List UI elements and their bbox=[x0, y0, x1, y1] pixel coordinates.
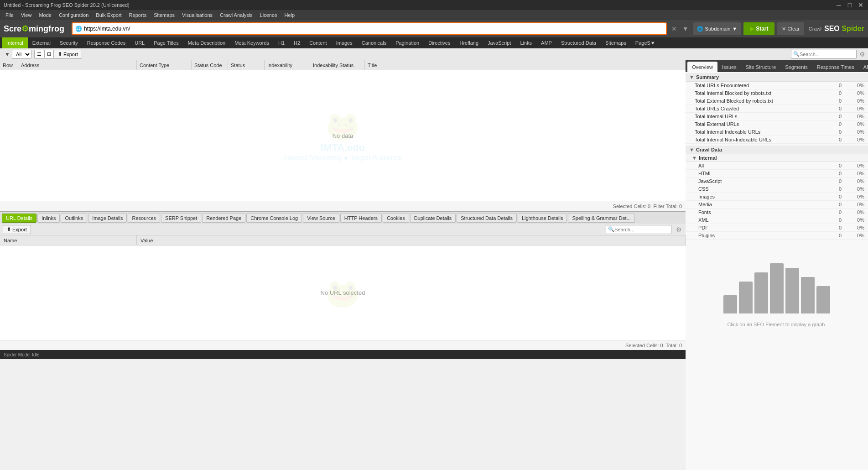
column-settings-icon[interactable]: ⚙ bbox=[858, 51, 866, 58]
summary-row-5[interactable]: Total External URLs 0 0% bbox=[686, 120, 868, 128]
footer-tab-lighthouse[interactable]: Lighthouse Details bbox=[518, 214, 567, 223]
clear-url-icon[interactable]: ✕ bbox=[670, 24, 679, 33]
tab-structured-data[interactable]: Structured Data bbox=[556, 37, 601, 48]
internal-row-media[interactable]: Media 0 0% bbox=[686, 201, 868, 209]
tab-links[interactable]: Links bbox=[515, 37, 536, 48]
tab-h1[interactable]: H1 bbox=[274, 37, 289, 48]
ov-tab-response-times[interactable]: Response Times bbox=[812, 62, 859, 72]
internal-row-xml[interactable]: XML 0 0% bbox=[686, 216, 868, 224]
subdomain-dropdown[interactable]: 🌐 Subdomain ▼ bbox=[693, 22, 741, 35]
footer-tab-inlinks[interactable]: Inlinks bbox=[37, 214, 60, 223]
summary-row-1[interactable]: Total Internal Blocked by robots.txt 0 0… bbox=[686, 89, 868, 97]
summary-header[interactable]: ▼ Summary bbox=[686, 73, 868, 82]
maximize-btn[interactable]: □ bbox=[846, 1, 853, 9]
tab-meta-keywords[interactable]: Meta Keywords bbox=[230, 37, 274, 48]
internal-row-pdf[interactable]: PDF 0 0% bbox=[686, 224, 868, 232]
internal-row-fonts-count: 0 bbox=[819, 209, 842, 215]
filter-dropdown[interactable]: All bbox=[12, 50, 31, 59]
summary-row-6[interactable]: Total Internal Indexable URLs 0 0% bbox=[686, 128, 868, 136]
menu-configuration[interactable]: Configuration bbox=[55, 11, 92, 19]
ov-tab-segments[interactable]: Segments bbox=[780, 62, 812, 72]
internal-row-js[interactable]: JavaScript 0 0% bbox=[686, 178, 868, 185]
footer-tab-view-source[interactable]: View Source bbox=[303, 214, 339, 223]
tab-amp[interactable]: AMP bbox=[536, 37, 556, 48]
internal-row-html[interactable]: HTML 0 0% bbox=[686, 170, 868, 178]
summary-row-7[interactable]: Total Internal Non-Indexable URLs 0 0% bbox=[686, 136, 868, 144]
tab-content[interactable]: Content bbox=[305, 37, 332, 48]
menu-reports[interactable]: Reports bbox=[125, 11, 151, 19]
search-input[interactable] bbox=[800, 52, 854, 57]
tab-meta-description[interactable]: Meta Description bbox=[183, 37, 230, 48]
internal-row-plugins[interactable]: Plugins 0 0% bbox=[686, 232, 868, 240]
col-header-indexability: Indexability bbox=[265, 60, 310, 70]
dropdown-url-icon[interactable]: ▼ bbox=[681, 24, 691, 33]
export-button[interactable]: ⬆ Export bbox=[54, 50, 82, 59]
list-view-btn[interactable]: ☰ bbox=[34, 50, 44, 59]
summary-row-0[interactable]: Total URLs Encountered 0 0% bbox=[686, 82, 868, 89]
internal-row-all[interactable]: All 0 0% bbox=[686, 162, 868, 170]
internal-row-fonts[interactable]: Fonts 0 0% bbox=[686, 209, 868, 216]
footer-tab-chrome-console[interactable]: Chrome Console Log bbox=[246, 214, 302, 223]
footer-tab-http-headers[interactable]: HTTP Headers bbox=[340, 214, 382, 223]
tab-directives[interactable]: Directives bbox=[424, 37, 455, 48]
tab-internal[interactable]: Internal bbox=[2, 37, 28, 48]
minimize-btn[interactable]: ─ bbox=[835, 1, 842, 9]
bottom-settings-icon[interactable]: ⚙ bbox=[675, 226, 683, 233]
tab-pages-more[interactable]: PageS▼ bbox=[631, 37, 660, 48]
tab-canonicals[interactable]: Canonicals bbox=[357, 37, 391, 48]
menu-crawl-analysis[interactable]: Crawl Analysis bbox=[216, 11, 256, 19]
internal-row-all-count: 0 bbox=[819, 163, 842, 168]
summary-row-0-pct: 0% bbox=[842, 83, 864, 88]
ov-tab-overview[interactable]: Overview bbox=[687, 62, 717, 72]
grid-view-btn[interactable]: ⊞ bbox=[44, 50, 54, 59]
menu-bulk-export[interactable]: Bulk Export bbox=[92, 11, 125, 19]
footer-tab-cookies[interactable]: Cookies bbox=[383, 214, 409, 223]
crawl-data-header[interactable]: ▼ Crawl Data bbox=[686, 146, 868, 154]
footer-tab-spelling[interactable]: Spelling & Grammar Det... bbox=[568, 214, 634, 223]
tab-response-codes[interactable]: Response Codes bbox=[83, 37, 130, 48]
footer-tab-image-details[interactable]: Image Details bbox=[88, 214, 127, 223]
footer-tab-structured-data[interactable]: Structured Data Details bbox=[457, 214, 517, 223]
tab-hreflang[interactable]: Hreflang bbox=[455, 37, 483, 48]
tab-h2[interactable]: H2 bbox=[289, 37, 305, 48]
footer-tab-rendered-page[interactable]: Rendered Page bbox=[202, 214, 245, 223]
summary-row-2-label: Total External Blocked by robots.txt bbox=[695, 98, 819, 104]
bottom-search-input[interactable] bbox=[614, 227, 669, 232]
footer-tab-url-details[interactable]: URL Details bbox=[2, 214, 36, 223]
summary-row-3[interactable]: Total URLs Crawled 0 0% bbox=[686, 105, 868, 113]
bottom-panel: URL Details Inlinks Outlinks Image Detai… bbox=[0, 211, 686, 350]
ov-tab-api[interactable]: API bbox=[859, 62, 868, 72]
summary-row-4[interactable]: Total Internal URLs 0 0% bbox=[686, 113, 868, 120]
tab-images[interactable]: Images bbox=[332, 37, 357, 48]
menu-file[interactable]: File bbox=[2, 11, 17, 19]
start-button[interactable]: Start bbox=[743, 22, 774, 35]
bottom-status-bar: Selected Cells: 0 Total: 0 bbox=[0, 340, 686, 350]
tab-page-titles[interactable]: Page Titles bbox=[149, 37, 183, 48]
tab-url[interactable]: URL bbox=[130, 37, 149, 48]
bottom-export-btn[interactable]: ⬆ Export bbox=[3, 225, 31, 234]
footer-tab-outlinks[interactable]: Outlinks bbox=[61, 214, 87, 223]
url-input[interactable] bbox=[84, 26, 663, 32]
internal-row-css[interactable]: CSS 0 0% bbox=[686, 185, 868, 193]
footer-tab-serp-snippet[interactable]: SERP Snippet bbox=[161, 214, 201, 223]
ov-tab-site-structure[interactable]: Site Structure bbox=[741, 62, 781, 72]
internal-row-images[interactable]: Images 0 0% bbox=[686, 193, 868, 201]
menu-licence[interactable]: Licence bbox=[256, 11, 281, 19]
menu-sitemaps[interactable]: Sitemaps bbox=[150, 11, 178, 19]
tab-sitemaps[interactable]: Sitemaps bbox=[601, 37, 631, 48]
tab-pagination[interactable]: Pagination bbox=[391, 37, 424, 48]
menu-view[interactable]: View bbox=[17, 11, 36, 19]
menu-visualisations[interactable]: Visualisations bbox=[178, 11, 216, 19]
close-btn[interactable]: ✕ bbox=[857, 1, 864, 9]
tab-external[interactable]: External bbox=[28, 37, 55, 48]
clear-button[interactable]: ✕ Clear bbox=[777, 22, 804, 35]
menu-help[interactable]: Help bbox=[281, 11, 299, 19]
tab-security[interactable]: Security bbox=[55, 37, 83, 48]
summary-row-2[interactable]: Total External Blocked by robots.txt 0 0… bbox=[686, 97, 868, 105]
ov-tab-issues[interactable]: Issues bbox=[717, 62, 741, 72]
footer-tab-duplicate-details[interactable]: Duplicate Details bbox=[410, 214, 456, 223]
internal-sub-header[interactable]: ▼ Internal bbox=[686, 154, 868, 162]
menu-mode[interactable]: Mode bbox=[35, 11, 55, 19]
footer-tab-resources[interactable]: Resources bbox=[128, 214, 160, 223]
tab-javascript[interactable]: JavaScript bbox=[483, 37, 515, 48]
